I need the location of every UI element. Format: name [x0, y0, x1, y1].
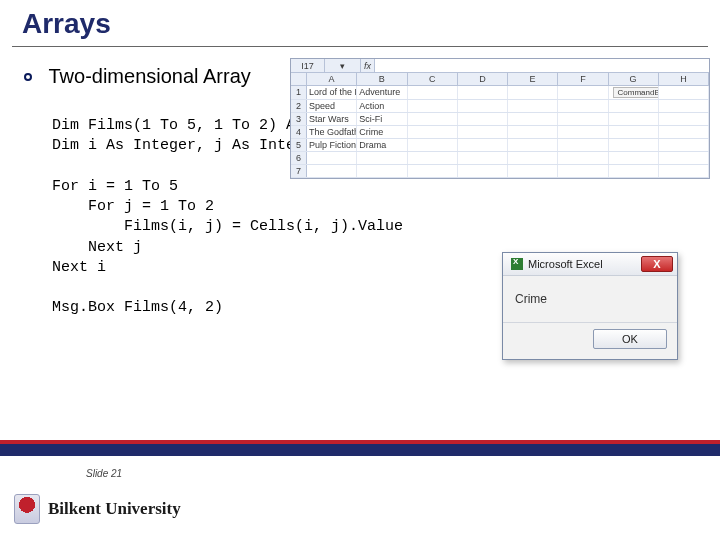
- cell[interactable]: [609, 113, 659, 125]
- col-header[interactable]: F: [558, 73, 608, 85]
- cell[interactable]: [357, 165, 407, 177]
- cell[interactable]: [408, 165, 458, 177]
- cell[interactable]: [508, 100, 558, 112]
- msgbox-dialog: Microsoft Excel X Crime OK: [502, 252, 678, 360]
- name-box[interactable]: I17: [291, 59, 325, 72]
- cell[interactable]: [609, 100, 659, 112]
- cell[interactable]: [558, 126, 608, 138]
- cell[interactable]: The Godfather: [307, 126, 357, 138]
- cell[interactable]: Drama: [357, 139, 407, 151]
- code-line: Dim i As Integer, j As Integer: [52, 137, 322, 154]
- cell[interactable]: Lord of the Rings: [307, 86, 357, 99]
- cell[interactable]: [508, 165, 558, 177]
- ok-button[interactable]: OK: [593, 329, 667, 349]
- cell[interactable]: [408, 126, 458, 138]
- cell[interactable]: CommandButton1: [609, 86, 659, 99]
- dialog-separator: [503, 322, 677, 323]
- cell[interactable]: [508, 126, 558, 138]
- code-line: Films(i, j) = Cells(i, j).Value: [52, 218, 403, 235]
- excel-sheet: I17 ▾ fx A B C D E F G H 1 Lord of the R…: [290, 58, 710, 179]
- cell[interactable]: [659, 165, 709, 177]
- row-header[interactable]: 5: [291, 139, 307, 151]
- cell[interactable]: [307, 152, 357, 164]
- table-row: 7: [291, 165, 709, 178]
- cell[interactable]: [659, 113, 709, 125]
- cell[interactable]: [609, 165, 659, 177]
- formula-bar-row: I17 ▾ fx: [291, 59, 709, 73]
- row-header[interactable]: 6: [291, 152, 307, 164]
- cell[interactable]: [558, 113, 608, 125]
- cell[interactable]: [408, 100, 458, 112]
- cell[interactable]: [458, 139, 508, 151]
- code-line: For i = 1 To 5: [52, 178, 178, 195]
- cell[interactable]: [408, 113, 458, 125]
- column-headers: A B C D E F G H: [291, 73, 709, 86]
- dialog-titlebar: Microsoft Excel X: [503, 253, 677, 276]
- crest-icon: [14, 494, 40, 524]
- col-header[interactable]: B: [357, 73, 407, 85]
- cell[interactable]: [458, 86, 508, 99]
- cell[interactable]: [558, 165, 608, 177]
- cell[interactable]: [609, 139, 659, 151]
- excel-icon: [511, 258, 523, 270]
- row-header[interactable]: 4: [291, 126, 307, 138]
- cell[interactable]: [458, 126, 508, 138]
- cell[interactable]: [609, 152, 659, 164]
- cell[interactable]: [508, 113, 558, 125]
- row-header[interactable]: 7: [291, 165, 307, 177]
- cell[interactable]: [659, 126, 709, 138]
- dropdown-indicator[interactable]: ▾: [325, 59, 361, 72]
- cell[interactable]: Pulp Fiction: [307, 139, 357, 151]
- col-header[interactable]: D: [458, 73, 508, 85]
- cell[interactable]: [408, 139, 458, 151]
- cell[interactable]: [558, 152, 608, 164]
- cell[interactable]: [508, 139, 558, 151]
- col-header[interactable]: H: [659, 73, 709, 85]
- col-header[interactable]: A: [307, 73, 357, 85]
- dialog-message: Crime: [503, 276, 677, 312]
- cell[interactable]: Sci-Fi: [357, 113, 407, 125]
- cell[interactable]: [458, 165, 508, 177]
- formula-bar[interactable]: [375, 59, 709, 72]
- cell[interactable]: [458, 113, 508, 125]
- cell[interactable]: Crime: [357, 126, 407, 138]
- cell[interactable]: Adventure: [357, 86, 407, 99]
- cell[interactable]: [408, 152, 458, 164]
- slide-title: Arrays: [0, 0, 720, 46]
- row-header[interactable]: 2: [291, 100, 307, 112]
- cell[interactable]: [659, 152, 709, 164]
- cell[interactable]: [659, 100, 709, 112]
- cell[interactable]: [307, 165, 357, 177]
- row-header[interactable]: 3: [291, 113, 307, 125]
- cell[interactable]: [609, 126, 659, 138]
- cell[interactable]: [408, 86, 458, 99]
- cell[interactable]: Star Wars: [307, 113, 357, 125]
- cell[interactable]: [508, 86, 558, 99]
- close-button[interactable]: X: [641, 256, 673, 272]
- cell[interactable]: [458, 100, 508, 112]
- slide-number: Slide 21: [86, 468, 122, 479]
- cell[interactable]: [558, 139, 608, 151]
- cell[interactable]: [558, 100, 608, 112]
- col-header[interactable]: G: [609, 73, 659, 85]
- cell[interactable]: [357, 152, 407, 164]
- col-header[interactable]: E: [508, 73, 558, 85]
- cell[interactable]: [659, 86, 709, 99]
- bullet-text: Two-dimensional Array: [48, 65, 250, 87]
- bullet-icon: [24, 73, 32, 81]
- col-header[interactable]: C: [408, 73, 458, 85]
- table-row: 1 Lord of the Rings Adventure CommandBut…: [291, 86, 709, 100]
- cell[interactable]: Action: [357, 100, 407, 112]
- command-button[interactable]: CommandButton1: [613, 87, 659, 98]
- dialog-title: Microsoft Excel: [528, 258, 603, 270]
- table-row: 5 Pulp Fiction Drama: [291, 139, 709, 152]
- cell[interactable]: [659, 139, 709, 151]
- row-header[interactable]: 1: [291, 86, 307, 99]
- footer-blue-bar: [0, 444, 720, 456]
- cell[interactable]: Speed: [307, 100, 357, 112]
- corner-cell[interactable]: [291, 73, 307, 85]
- cell[interactable]: [458, 152, 508, 164]
- cell[interactable]: [558, 86, 608, 99]
- university-logo: Bilkent University: [14, 494, 181, 524]
- cell[interactable]: [508, 152, 558, 164]
